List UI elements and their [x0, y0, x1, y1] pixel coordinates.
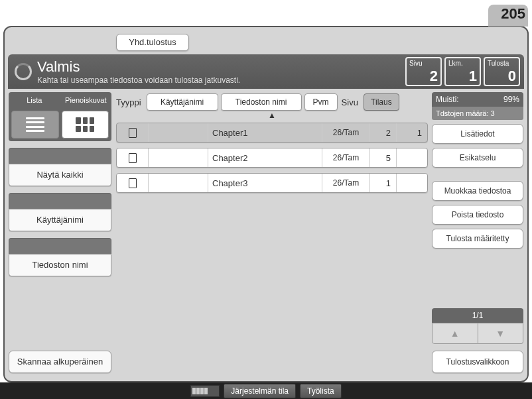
- file-order-cell: [397, 174, 427, 192]
- sort-arrow-icon: ▲: [116, 112, 428, 121]
- file-user-cell: [149, 174, 208, 192]
- counter-tulosta-value: 0: [488, 69, 516, 84]
- counter-lkm: Lkm. 1: [444, 57, 481, 86]
- file-list-area: Tyyppi Käyttäjänimi Tiedoston nimi Pvm S…: [116, 92, 428, 373]
- document-icon: [129, 178, 137, 188]
- sort-order-button[interactable]: Tilaus: [364, 93, 399, 111]
- memory-label: Muisti:: [436, 95, 459, 104]
- file-page-cell: 1: [370, 174, 397, 192]
- scan-original-button[interactable]: Skannaa alkuperäinen: [9, 351, 111, 373]
- print-specified-button[interactable]: Tulosta määritetty: [432, 229, 523, 249]
- system-status-button[interactable]: Järjestelmän tila: [224, 384, 296, 398]
- group-header-showall: [9, 148, 111, 164]
- file-count-value: 3: [491, 109, 495, 117]
- file-count-bar: Tdstojen määrä: 3: [432, 107, 523, 120]
- counter-sivu: Sivu 2: [405, 57, 442, 86]
- filter-filename-button[interactable]: Tiedoston nimi: [9, 254, 111, 276]
- bottom-bar: Järjestelmän tila Työlista: [0, 382, 532, 399]
- memory-bar: Muisti: 99%: [432, 92, 523, 107]
- counter-tulosta: Tulosta 0: [484, 57, 520, 86]
- view-list-button[interactable]: [11, 111, 59, 139]
- memory-value: 99%: [503, 95, 519, 104]
- group-header-filename: [9, 238, 111, 254]
- view-thumb-label: Pienoiskuvat: [60, 92, 112, 108]
- counter-tulosta-label: Tulosta: [488, 60, 516, 67]
- pager: 1/1 ▲ ▼: [432, 308, 523, 344]
- file-row[interactable]: Chapter326/Tam1: [116, 173, 428, 193]
- sort-row: Tyyppi Käyttäjänimi Tiedoston nimi Pvm S…: [116, 92, 428, 112]
- file-order-cell: [397, 148, 427, 167]
- file-order-cell: 1: [397, 123, 427, 142]
- file-type-cell: [117, 148, 149, 167]
- pager-label: 1/1: [432, 308, 523, 323]
- file-row[interactable]: Chapter126/Tam21: [116, 123, 428, 142]
- counter-sivu-value: 2: [409, 69, 438, 84]
- document-icon: [129, 153, 137, 163]
- pager-next-button[interactable]: ▼: [478, 323, 524, 344]
- sort-page-label: Sivu: [342, 97, 358, 107]
- sort-type-label: Tyyppi: [116, 97, 141, 107]
- status-header: Valmis Kahta tai useampaa tiedostoa void…: [8, 54, 524, 89]
- file-type-cell: [117, 123, 149, 142]
- file-type-cell: [117, 174, 149, 192]
- file-page-cell: 2: [370, 123, 397, 142]
- grid-icon: [76, 117, 94, 132]
- counter-lkm-label: Lkm.: [448, 60, 477, 67]
- show-all-button[interactable]: Näytä kaikki: [9, 164, 111, 186]
- sort-filename-button[interactable]: Tiedoston nimi: [221, 93, 302, 111]
- page-number: 205: [501, 5, 525, 23]
- list-icon: [26, 117, 44, 132]
- counter-lkm-value: 1: [448, 69, 477, 84]
- group-header-username: [9, 193, 111, 209]
- delete-file-button[interactable]: Poista tiedosto: [432, 205, 523, 225]
- file-date-cell: 26/Tam: [322, 174, 370, 192]
- job-list-button[interactable]: Työlista: [300, 384, 342, 398]
- file-name-cell: Chapter2: [208, 148, 322, 167]
- status-subtitle: Kahta tai useampaa tiedostoa voidaan tul…: [37, 76, 405, 85]
- view-list-label: Lista: [9, 92, 60, 108]
- document-icon: [129, 128, 137, 138]
- main-frame: Yhd.tulostus Valmis Kahta tai useampaa t…: [3, 26, 529, 382]
- view-thumb-button[interactable]: [62, 111, 109, 139]
- file-user-cell: [149, 148, 208, 167]
- view-switch-labels: Lista Pienoiskuvat: [9, 92, 111, 108]
- ink-level-icon: [190, 385, 220, 397]
- file-user-cell: [149, 123, 208, 142]
- left-panel: Lista Pienoiskuvat Näytä kaikki Käyttäjä…: [9, 92, 111, 373]
- right-panel: Muisti: 99% Tdstojen määrä: 3 Lisätiedot…: [432, 92, 523, 373]
- preview-button[interactable]: Esikatselu: [432, 148, 523, 168]
- spinner-icon: [15, 63, 32, 80]
- file-row[interactable]: Chapter226/Tam5: [116, 148, 428, 168]
- combined-print-button[interactable]: Yhd.tulostus: [116, 34, 189, 51]
- file-date-cell: 26/Tam: [322, 123, 370, 142]
- file-count-label: Tdstojen määrä:: [436, 109, 488, 117]
- to-print-menu-button[interactable]: Tulostusvalikkoon: [432, 351, 523, 373]
- file-page-cell: 5: [370, 148, 397, 167]
- pager-prev-button[interactable]: ▲: [432, 323, 478, 344]
- filter-username-button[interactable]: Käyttäjänimi: [9, 209, 111, 231]
- file-name-cell: Chapter1: [208, 123, 322, 142]
- sort-username-button[interactable]: Käyttäjänimi: [147, 93, 218, 111]
- counter-sivu-label: Sivu: [409, 60, 438, 67]
- sort-date-button[interactable]: Pvm: [304, 93, 338, 111]
- status-title: Valmis: [37, 58, 405, 76]
- file-name-cell: Chapter3: [208, 174, 322, 192]
- edit-file-button[interactable]: Muokkaa tiedostoa: [432, 181, 523, 201]
- file-date-cell: 26/Tam: [322, 148, 370, 167]
- details-button[interactable]: Lisätiedot: [432, 124, 523, 144]
